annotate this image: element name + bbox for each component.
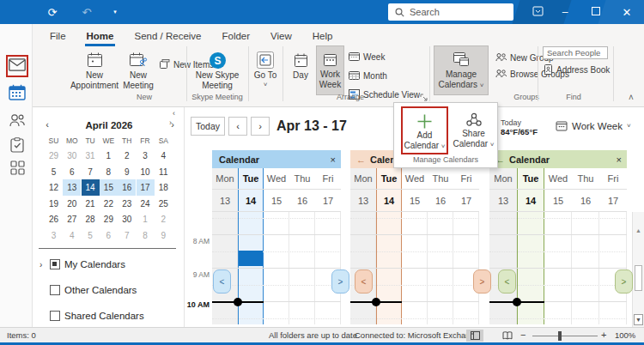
tab-send-receive[interactable]: Send / Receive <box>124 26 211 46</box>
calendar-group-my-calendars[interactable]: ›My Calendars <box>33 257 185 272</box>
day-view-button[interactable]: Day <box>287 47 314 94</box>
mini-calendar-day[interactable]: 2 <box>118 148 136 164</box>
vertical-scrollbar[interactable]: ▲ ▼ <box>632 212 644 327</box>
day-name[interactable]: Tue <box>376 168 402 189</box>
mini-calendar-day[interactable]: 9 <box>118 164 136 180</box>
mini-calendar-day[interactable]: 8 <box>137 227 155 244</box>
work-week-view-button[interactable]: Work Week <box>316 45 344 95</box>
date-number[interactable]: 14 <box>238 190 264 211</box>
mini-calendar-day[interactable]: 31 <box>82 148 100 164</box>
mini-calendar-day[interactable]: 21 <box>82 196 100 212</box>
date-number[interactable]: 16 <box>572 190 599 211</box>
day-name[interactable]: Thu <box>572 168 599 189</box>
view-selector-dropdown[interactable]: Work Week ˅ <box>556 120 631 131</box>
mini-calendar-day[interactable]: 5 <box>82 227 100 244</box>
people-nav-button[interactable] <box>7 110 27 130</box>
mini-calendar-day[interactable]: 19 <box>45 196 63 212</box>
date-number[interactable]: 13 <box>212 190 238 211</box>
week-view-button[interactable]: Week <box>349 49 385 64</box>
mini-calendar-day[interactable]: 10 <box>137 164 155 180</box>
checkbox[interactable] <box>50 285 60 295</box>
scroll-calendar-left-button[interactable]: < <box>355 269 373 294</box>
search-people-input[interactable]: Search People <box>543 46 608 59</box>
mini-calendar-prev-icon[interactable]: ‹ <box>41 119 53 130</box>
scroll-calendar-left-button[interactable]: < <box>498 269 516 294</box>
checkbox[interactable] <box>50 259 60 269</box>
close-button[interactable]: ✕ <box>611 6 642 19</box>
day-name[interactable]: Wed <box>402 168 428 189</box>
new-appointment-button[interactable]: New Appointment <box>72 47 117 94</box>
tab-help[interactable]: Help <box>302 26 343 46</box>
day-name[interactable]: Mon <box>350 168 376 189</box>
mini-calendar-day[interactable]: 30 <box>63 148 81 164</box>
arrange-dialog-launcher-icon[interactable] <box>419 94 428 102</box>
new-meeting-button[interactable]: New Meeting <box>118 47 158 94</box>
scroll-calendar-right-button[interactable]: > <box>473 269 491 294</box>
zoom-out-icon[interactable]: − <box>520 330 526 340</box>
tab-home[interactable]: Home <box>76 26 125 46</box>
search-input[interactable]: Search <box>388 3 513 21</box>
back-arrow-icon[interactable]: ← <box>356 154 366 165</box>
calendar-grid[interactable]: <> <box>489 212 627 324</box>
tasks-nav-button[interactable] <box>7 135 27 155</box>
mini-calendar-day[interactable]: 13 <box>63 179 81 196</box>
more-apps-nav-button[interactable] <box>7 157 27 178</box>
date-number[interactable]: 15 <box>264 190 289 211</box>
mini-calendar-day[interactable]: 29 <box>100 211 118 227</box>
next-week-button[interactable]: › <box>251 117 270 136</box>
today-button[interactable]: Today <box>191 117 225 136</box>
mini-calendar-day[interactable]: 11 <box>155 164 173 180</box>
mini-calendar-day[interactable]: 24 <box>137 196 155 212</box>
address-book-button[interactable]: Address Book <box>544 62 610 77</box>
mini-calendar-day-selected[interactable]: 14 <box>82 179 100 196</box>
mini-calendar-day[interactable]: 29 <box>45 148 63 164</box>
zoom-slider-track[interactable] <box>532 336 598 336</box>
day-name[interactable]: Tue <box>517 168 544 189</box>
calendar-event[interactable] <box>239 251 263 266</box>
scrollbar-thumb[interactable] <box>635 265 642 291</box>
mini-calendar-day[interactable]: 1 <box>137 211 155 227</box>
reading-view-button[interactable] <box>499 330 516 342</box>
mini-calendar-day[interactable]: 18 <box>155 179 173 196</box>
day-name[interactable]: Thu <box>289 168 315 189</box>
scroll-down-button[interactable]: ▼ <box>634 314 643 325</box>
scroll-calendar-left-button[interactable]: < <box>213 269 231 294</box>
collapse-pane-icon[interactable]: ‹ <box>173 109 175 118</box>
scroll-calendar-right-button[interactable]: > <box>331 269 349 294</box>
mini-calendar-day[interactable]: 7 <box>82 164 100 180</box>
day-name[interactable]: Thu <box>428 168 453 189</box>
day-name[interactable]: Fri <box>315 168 341 189</box>
tab-view[interactable]: View <box>260 26 302 46</box>
calendar-grid[interactable]: <> <box>350 212 479 324</box>
scroll-calendar-right-button[interactable]: > <box>615 269 633 294</box>
mini-calendar-day[interactable]: 22 <box>100 196 118 212</box>
normal-view-button[interactable] <box>466 330 483 342</box>
mini-calendar-day[interactable]: 7 <box>118 227 136 244</box>
date-number[interactable]: 16 <box>289 190 315 211</box>
day-name[interactable]: Mon <box>489 168 517 189</box>
share-calendar-button[interactable]: Share Calendar ˅ <box>450 106 497 154</box>
calendar-group-shared-calendars[interactable]: Shared Calendars <box>33 308 185 324</box>
previous-week-button[interactable]: ‹ <box>228 117 247 136</box>
date-number[interactable]: 17 <box>599 190 627 211</box>
new-skype-meeting-button[interactable]: S New Skype Meeting <box>191 47 244 94</box>
calendar-grid[interactable]: <> <box>212 212 341 324</box>
day-name[interactable]: Wed <box>264 168 289 189</box>
sync-icon[interactable]: ⟳ <box>39 6 65 19</box>
mini-calendar-day[interactable]: 12 <box>45 179 63 196</box>
date-number[interactable]: 15 <box>544 190 572 211</box>
ribbon-display-options-icon[interactable] <box>526 6 550 18</box>
add-calendar-button[interactable]: Add Calendar ˅ <box>401 106 448 154</box>
mini-calendar-day[interactable]: 4 <box>63 227 81 244</box>
close-icon[interactable]: × <box>617 154 622 165</box>
mini-calendar-day[interactable]: 26 <box>45 211 63 227</box>
date-number[interactable]: 13 <box>350 190 376 211</box>
manage-calendars-button[interactable]: Manage Calendars ˅ <box>434 45 489 95</box>
mini-calendar-day[interactable]: 23 <box>118 196 136 212</box>
zoom-in-icon[interactable]: + <box>601 330 606 340</box>
date-number[interactable]: 15 <box>402 190 428 211</box>
collapse-ribbon-icon[interactable]: ˄ <box>629 93 634 102</box>
date-number[interactable]: 14 <box>517 190 544 211</box>
day-name[interactable]: Fri <box>599 168 627 189</box>
tab-file[interactable]: File <box>39 26 76 46</box>
